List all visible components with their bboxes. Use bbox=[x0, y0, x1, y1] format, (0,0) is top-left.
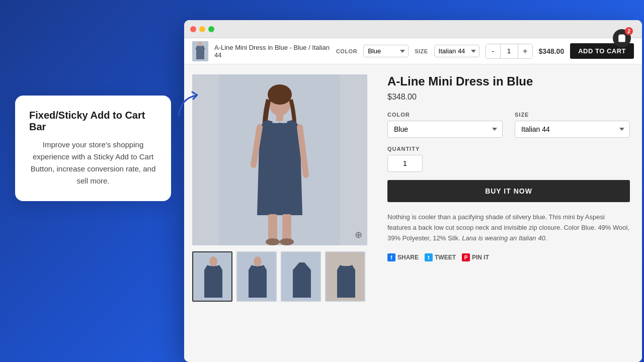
browser-titlebar bbox=[184, 20, 642, 38]
twitter-share-button[interactable]: t TWEET bbox=[425, 253, 456, 261]
quantity-input[interactable] bbox=[387, 155, 423, 172]
svg-rect-6 bbox=[268, 214, 277, 242]
arrow-icon bbox=[171, 88, 206, 123]
color-select[interactable]: Blue Navy Black bbox=[387, 121, 503, 138]
svg-point-13 bbox=[254, 256, 262, 266]
product-title: A-Line Mini Dress in Blue bbox=[387, 74, 630, 88]
product-image-column: ⊕ bbox=[184, 64, 375, 362]
product-thumbnails bbox=[192, 251, 367, 302]
product-options-row: COLOR Blue Navy Black SIZE Italian 40 It… bbox=[387, 112, 630, 138]
svg-point-9 bbox=[280, 238, 294, 245]
product-price: $348.00 bbox=[387, 93, 630, 102]
thumbnail-2[interactable] bbox=[236, 251, 277, 302]
color-option-group: COLOR Blue Navy Black bbox=[387, 112, 503, 138]
sticky-add-to-cart-bar: A-Line Mini Dress in Blue - Blue / Itali… bbox=[184, 38, 642, 64]
sticky-product-thumbnail bbox=[192, 41, 208, 61]
tooltip-body: Improve your store's shopping experience… bbox=[29, 139, 157, 187]
svg-rect-7 bbox=[282, 214, 291, 242]
sticky-color-label: COLOR bbox=[336, 48, 357, 54]
tooltip-card: Fixed/Sticky Add to Cart Bar Improve you… bbox=[15, 96, 171, 201]
thumbnail-1[interactable] bbox=[192, 251, 232, 302]
tooltip-title: Fixed/Sticky Add to Cart Bar bbox=[29, 110, 157, 133]
thumbnail-3[interactable] bbox=[281, 251, 321, 302]
sticky-color-select[interactable]: Blue Navy Black bbox=[363, 45, 409, 57]
sticky-size-select[interactable]: Italian 40 Italian 42 Italian 44 Italian… bbox=[434, 45, 479, 57]
size-option-group: SIZE Italian 40 Italian 42 Italian 44 It… bbox=[515, 112, 630, 138]
size-label: SIZE bbox=[515, 112, 630, 118]
sticky-quantity-controls: - + bbox=[486, 44, 533, 59]
svg-rect-5 bbox=[276, 114, 283, 121]
close-dot[interactable] bbox=[190, 26, 196, 32]
sticky-product-title: A-Line Mini Dress in Blue - Blue / Itali… bbox=[214, 44, 330, 59]
facebook-share-button[interactable]: f SHARE bbox=[387, 253, 419, 261]
maximize-dot[interactable] bbox=[208, 26, 214, 32]
product-page: ⊕ bbox=[184, 64, 642, 362]
minimize-dot[interactable] bbox=[199, 26, 205, 32]
product-details-column: A-Line Mini Dress in Blue $348.00 COLOR … bbox=[375, 64, 642, 362]
main-product-image: ⊕ bbox=[192, 74, 367, 245]
sticky-qty-decrease-button[interactable]: - bbox=[486, 44, 500, 58]
svg-point-1 bbox=[198, 42, 202, 46]
sticky-size-label: SIZE bbox=[415, 48, 428, 54]
browser-window: A-Line Mini Dress in Blue - Blue / Itali… bbox=[184, 20, 642, 362]
pinterest-icon: P bbox=[462, 253, 470, 261]
twitter-icon: t bbox=[425, 253, 433, 261]
size-select[interactable]: Italian 40 Italian 42 Italian 44 Italian… bbox=[515, 121, 630, 138]
arrow-container bbox=[171, 88, 206, 123]
social-share-row: f SHARE t TWEET P PIN IT bbox=[387, 253, 630, 261]
quantity-label: Quantity bbox=[387, 146, 630, 152]
sticky-price: $348.00 bbox=[539, 47, 565, 55]
buy-now-button[interactable]: BUY IT NOW bbox=[387, 180, 630, 202]
sticky-qty-increase-button[interactable]: + bbox=[518, 44, 532, 58]
pinterest-share-button[interactable]: P PIN IT bbox=[462, 253, 489, 261]
svg-point-8 bbox=[266, 238, 280, 245]
thumbnail-4[interactable] bbox=[325, 251, 365, 302]
product-description: Nothing is cooler than a pacifying shade… bbox=[387, 212, 630, 243]
color-label: COLOR bbox=[387, 112, 503, 118]
svg-point-4 bbox=[268, 84, 292, 105]
svg-point-11 bbox=[209, 256, 217, 266]
sticky-qty-input[interactable] bbox=[500, 44, 518, 58]
zoom-hint-icon: ⊕ bbox=[355, 229, 362, 240]
facebook-icon: f bbox=[387, 253, 395, 261]
dress-illustration bbox=[219, 74, 340, 245]
